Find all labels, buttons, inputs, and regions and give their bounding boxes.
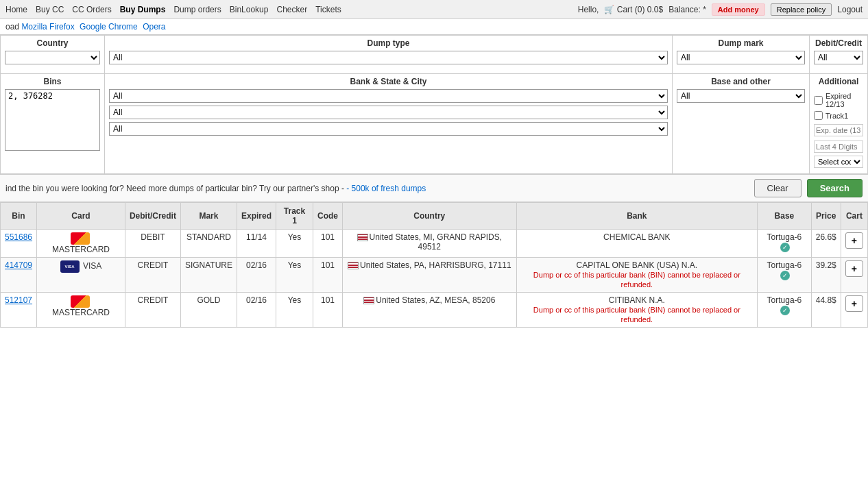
cell-price: 39.2$ [811,258,841,293]
dump-type-filter-cell: Dump type All [105,36,673,73]
opera-link[interactable]: Opera [143,22,165,32]
exp-date-input[interactable] [814,124,863,136]
col-bank: Bank [516,203,757,230]
bin-link[interactable]: 551686 [5,232,32,242]
cell-price: 26.6$ [811,230,841,258]
cell-mark: STANDARD [180,230,237,258]
hello-text: Hello, [578,5,599,14]
bank-state-filter-cell: Bank & State & City All All All [105,74,673,173]
debit-credit-select[interactable]: All [814,51,863,64]
cell-code: 101 [313,230,342,258]
cell-debit-credit: DEBIT [125,230,180,258]
nav-links: Home Buy CC CC Orders Buy Dumps Dump ord… [5,5,341,14]
cell-code: 101 [313,293,342,328]
table-header-row: Bin Card Debit/Credit Mark Expired Track… [1,203,868,230]
cell-mark: GOLD [180,293,237,328]
dump-type-label: Dump type [109,38,668,48]
cell-cart: + [841,258,867,293]
col-code: Code [313,203,342,230]
city-select[interactable]: All [109,122,668,136]
cell-base: Tortuga-6✓ [758,230,812,258]
nav-tickets[interactable]: Tickets [315,5,341,14]
nav-buy-dumps[interactable]: Buy Dumps [120,5,166,14]
bank-select[interactable]: All [109,89,668,103]
nav-buy-cc[interactable]: Buy CC [36,5,64,14]
nav-right: Hello, 🛒 Cart (0) 0.0$ Balance: * Add mo… [578,3,863,16]
last4-input[interactable] [814,141,863,153]
state-select[interactable]: All [109,106,668,119]
sub-navigation: oad Mozilla Firefox Google Chrome Opera [0,19,868,35]
partner-link[interactable]: - 500k of fresh dumps [346,184,426,193]
debit-credit-filter-cell: Debit/Credit All [810,36,867,73]
action-row: ind the bin you were looking for? Need m… [0,175,868,202]
mastercard-icon [71,232,90,245]
card-type-text: MASTERCARD [52,308,110,317]
cell-mark: SIGNATURE [180,258,237,293]
filter-row-2: Bins 2, 376282 Bank & State & City All A… [1,74,867,174]
search-button[interactable]: Search [807,179,863,197]
clear-button[interactable]: Clear [754,179,801,197]
add-to-cart-button[interactable]: + [845,260,863,277]
base-other-inner: All [677,89,805,103]
nav-home[interactable]: Home [5,5,27,14]
country-select[interactable] [5,51,100,64]
country-filter-cell: Country [1,36,105,73]
col-base: Base [758,203,812,230]
table-row: 414709 VISA CREDIT SIGNATURE 02/16 Yes 1… [1,258,868,293]
check-icon: ✓ [780,271,790,280]
nav-dump-orders[interactable]: Dump orders [173,5,221,14]
additional-filter-cell: Additional Expired 12/13 Track1 Select c… [810,74,867,173]
table-row: 512107 MASTERCARD CREDIT GOLD 02/16 Yes … [1,293,868,328]
dump-type-select[interactable]: All [109,51,668,64]
col-mark: Mark [180,203,237,230]
cell-bin: 551686 [1,230,37,258]
results-table: Bin Card Debit/Credit Mark Expired Track… [0,202,868,328]
cell-card: MASTERCARD [37,230,125,258]
add-money-button[interactable]: Add money [712,3,765,16]
dump-mark-select[interactable]: All [677,51,805,64]
cell-expired: 02/16 [237,258,276,293]
cell-bin: 414709 [1,258,37,293]
logout-link[interactable]: Logout [837,5,863,14]
cell-debit-credit: CREDIT [125,258,180,293]
cell-cart: + [841,230,867,258]
track1-checkbox[interactable] [814,111,823,120]
additional-content: Expired 12/13 Track1 Select code [814,89,863,171]
cell-card: VISA [37,258,125,293]
select-code-select[interactable]: Select code [814,156,863,168]
add-to-cart-button[interactable]: + [845,295,863,312]
base-other-filter-cell: Base and other All [673,74,810,173]
bank-state-city-label: Bank & State & City [109,77,668,86]
firefox-link[interactable]: Mozilla Firefox [21,22,74,32]
bin-link[interactable]: 512107 [5,295,32,305]
cell-code: 101 [313,258,342,293]
nav-binlookup[interactable]: BinLookup [230,5,269,14]
col-track1: Track 1 [276,203,313,230]
col-expired: Expired [237,203,276,230]
cell-base: Tortuga-6✓ [758,293,812,328]
cell-track1: Yes [276,293,313,328]
cell-card: MASTERCARD [37,293,125,328]
bank-state-inner: All All All [109,89,668,136]
nav-checker[interactable]: Checker [276,5,307,14]
track1-label-text: Track1 [825,112,848,120]
dump-mark-filter-cell: Dump mark All [673,36,810,73]
cell-price: 44.8$ [811,293,841,328]
bins-input[interactable]: 2, 376282 [5,89,100,151]
chrome-link[interactable]: Google Chrome [80,22,138,32]
bin-link[interactable]: 414709 [5,260,32,270]
card-type-text: MASTERCARD [52,245,110,254]
col-bin: Bin [1,203,37,230]
sub-nav-text: oad [5,22,19,32]
col-price: Price [811,203,841,230]
cell-base: Tortuga-6✓ [758,258,812,293]
table-header: Bin Card Debit/Credit Mark Expired Track… [1,203,868,230]
add-to-cart-button[interactable]: + [845,232,863,249]
base-select[interactable]: All [677,89,805,103]
nav-cc-orders[interactable]: CC Orders [72,5,111,14]
expired-checkbox[interactable] [814,96,823,105]
cell-bank: CITIBANK N.A.Dump or cc of this particul… [516,293,757,328]
col-cart: Cart [841,203,867,230]
col-card: Card [37,203,125,230]
replace-policy-button[interactable]: Replace policy [771,3,832,16]
